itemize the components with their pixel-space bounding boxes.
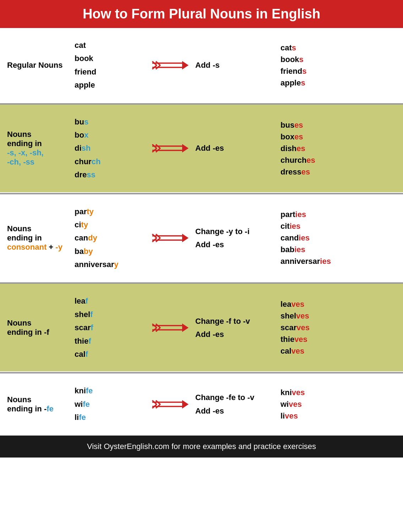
rule-label-consonanty: Nounsending inconsonant + -y xyxy=(0,214,71,262)
instruction-consonanty: Change -y to -iAdd -es xyxy=(192,214,273,262)
arrow-endinginfe xyxy=(149,389,192,419)
examples-consonanty: partycitycandybabyanniversary xyxy=(71,194,149,282)
footer-text: Visit OysterEnglish.com for more example… xyxy=(87,442,316,451)
svg-marker-14 xyxy=(182,400,189,409)
svg-marker-2 xyxy=(182,61,189,70)
arrow-endinginf xyxy=(149,313,192,343)
arrow-regular xyxy=(149,50,192,80)
plurals-sxshchss: busesboxesdisheschurchesdresses xyxy=(273,109,403,188)
page-title: How to Form Plural Nouns in English xyxy=(7,6,396,22)
examples-endinginfe: knifewifelife xyxy=(71,373,149,434)
examples-sxshchss: busboxdishchurchdress xyxy=(71,105,149,192)
plurals-endinginf: leavesshelvesscarvesthievescalves xyxy=(273,288,403,367)
instruction-regular: Add -s xyxy=(192,48,273,82)
plurals-endinginfe: kniveswiveslives xyxy=(273,376,403,432)
footer: Visit OysterEnglish.com for more example… xyxy=(0,436,403,458)
arrow-consonanty xyxy=(149,223,192,253)
table-row-endinginf: Nounsending in -fleafshelfscarfthiefcalf… xyxy=(0,284,403,372)
svg-marker-8 xyxy=(182,234,189,242)
table-row-endinginfe: Nounsending in -feknifewifelifeChange -f… xyxy=(0,373,403,435)
table-row-regular: Regular NounscatbookfriendappleAdd -scat… xyxy=(0,28,403,103)
table-row-consonanty: Nounsending inconsonant + -ypartycitycan… xyxy=(0,194,403,283)
table-container: Regular NounscatbookfriendappleAdd -scat… xyxy=(0,28,403,436)
instruction-endinginf: Change -f to -vAdd -es xyxy=(192,304,273,352)
plurals-regular: catsbooksfriendsapples xyxy=(273,31,403,99)
instruction-endinginfe: Change -fe to -vAdd -es xyxy=(192,380,273,428)
plurals-consonanty: partiescitiescandiesbabiesanniversaries xyxy=(273,198,403,278)
svg-marker-11 xyxy=(182,323,189,332)
table-row-sxshchss: Nounsending in-s, -x, -sh,-ch, -ssbusbox… xyxy=(0,105,403,193)
page-wrapper: How to Form Plural Nouns in English Regu… xyxy=(0,0,403,458)
arrow-sxshchss xyxy=(149,133,192,163)
instruction-sxshchss: Add -es xyxy=(192,131,273,165)
rule-label-regular: Regular Nouns xyxy=(0,50,71,81)
page-header: How to Form Plural Nouns in English xyxy=(0,0,403,28)
examples-regular: catbookfriendapple xyxy=(71,28,149,102)
rule-label-endinginf: Nounsending in -f xyxy=(0,308,71,348)
examples-endinginf: leafshelfscarfthiefcalf xyxy=(71,284,149,371)
rule-label-endinginfe: Nounsending in -fe xyxy=(0,384,71,424)
rule-label-sxshchss: Nounsending in-s, -x, -sh,-ch, -ss xyxy=(0,119,71,177)
svg-marker-5 xyxy=(182,144,189,153)
